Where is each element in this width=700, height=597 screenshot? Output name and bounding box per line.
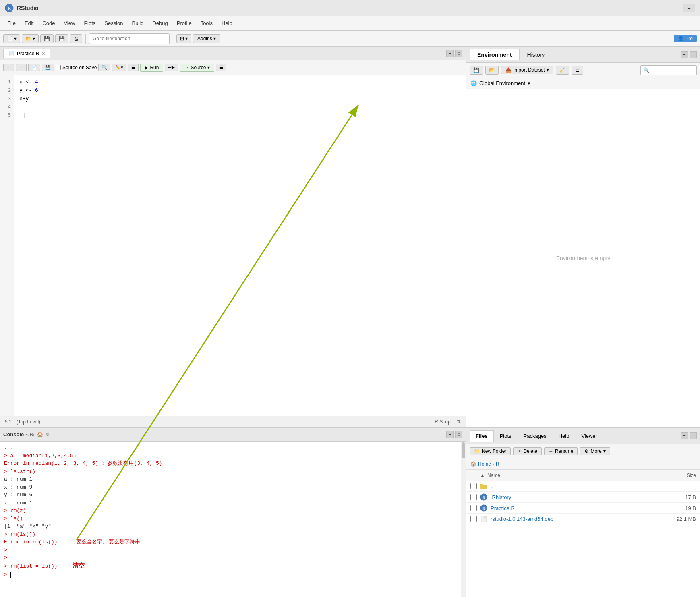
file-name-practice-r[interactable]: Practice.R xyxy=(491,505,661,511)
file-check-deb[interactable] xyxy=(470,516,477,522)
files-max-button[interactable]: □ xyxy=(690,432,697,439)
console-max-button[interactable]: □ xyxy=(455,431,462,438)
breadcrumb-home[interactable]: Home xyxy=(478,461,491,467)
svg-text:R: R xyxy=(483,495,485,500)
editor-tab-practice-r[interactable]: 📄 Practice.R ✕ xyxy=(3,49,50,58)
save-editor-button[interactable]: 💾 xyxy=(42,64,54,71)
save-all-button[interactable]: 💾 xyxy=(55,34,68,43)
file-check-practice-r[interactable] xyxy=(470,505,477,511)
new-folder-button[interactable]: 📁 New Folder xyxy=(470,447,511,455)
load-env-button[interactable]: 📂 xyxy=(485,66,499,75)
menu-code[interactable]: Code xyxy=(38,19,59,28)
source-on-save-container: Source on Save xyxy=(56,65,97,70)
rename-icon: → xyxy=(549,448,553,454)
global-env-dropdown[interactable]: ▾ xyxy=(528,80,530,86)
menu-file[interactable]: File xyxy=(3,19,20,28)
tab-max-button[interactable]: □ xyxy=(455,50,462,57)
tab-history[interactable]: History xyxy=(520,49,553,60)
menu-session[interactable]: Session xyxy=(100,19,127,28)
format-button[interactable]: ☰ xyxy=(128,64,139,71)
console-line-9: > ls() xyxy=(4,515,457,523)
env-right-controls: − □ xyxy=(681,51,697,58)
tab-min-button[interactable]: − xyxy=(446,50,454,57)
undo-button[interactable]: ← xyxy=(3,64,14,71)
tab-packages[interactable]: Packages xyxy=(518,430,553,442)
menu-tools[interactable]: Tools xyxy=(197,19,217,28)
print-icon: 🖨 xyxy=(74,36,79,41)
code-line-5 xyxy=(19,112,461,120)
save-button[interactable]: 💾 xyxy=(40,34,54,43)
globe-icon: 🌐 xyxy=(470,80,477,86)
file-check-rhistory[interactable] xyxy=(470,494,477,500)
grid-button[interactable]: ⊞▾ xyxy=(176,34,191,43)
spell-button[interactable]: ✏️▾ xyxy=(112,64,126,71)
tab-help[interactable]: Help xyxy=(553,430,576,442)
tab-environment[interactable]: Environment xyxy=(470,49,520,60)
console-scrollbar-thumb xyxy=(462,442,465,458)
menu-view[interactable]: View xyxy=(60,19,79,28)
addins-button[interactable]: Addins ▾ xyxy=(193,34,220,43)
menu-build[interactable]: Build xyxy=(128,19,148,28)
editor-tab-close[interactable]: ✕ xyxy=(41,51,45,56)
line-num-5: 5 xyxy=(3,112,11,120)
run-button[interactable]: ▶ Run xyxy=(140,64,163,72)
files-min-button[interactable]: − xyxy=(681,432,688,439)
env-toolbar: 💾 📂 📥 Import Dataset ▾ 🧹 ☰ xyxy=(466,63,700,77)
env-max-button[interactable]: □ xyxy=(690,51,697,58)
run-icon: ▶ xyxy=(145,65,148,70)
chunk-button[interactable]: 📄 xyxy=(28,64,40,71)
files-header: ▲ Name Size xyxy=(466,470,700,481)
menu-debug[interactable]: Debug xyxy=(148,19,172,28)
svg-text:R: R xyxy=(8,6,11,10)
env-menu-button[interactable]: ☰ xyxy=(572,66,583,75)
minimize-button[interactable]: – xyxy=(683,4,695,12)
scope-level: (Top Level) xyxy=(17,419,40,425)
editor-menu-button[interactable]: ☰ xyxy=(216,64,226,71)
find-button[interactable]: 🔍 xyxy=(98,64,110,71)
console-body-wrapper: . . > a = median(1,2,3,4,5) Error in med… xyxy=(0,442,466,597)
print-button[interactable]: 🖨 xyxy=(70,34,82,43)
goto-input[interactable] xyxy=(89,33,170,44)
code-content[interactable]: x <- 4 y <- 6 x+y xyxy=(14,75,466,416)
source-label: Source xyxy=(191,65,206,70)
new-file-button[interactable]: 📄▾ xyxy=(3,34,20,43)
tab-plots[interactable]: Plots xyxy=(494,430,518,442)
clear-env-button[interactable]: 🧹 xyxy=(556,66,569,75)
source-button[interactable]: → Source ▾ xyxy=(180,64,214,72)
env-tab-bar: Environment History − □ xyxy=(466,47,700,63)
console-scrollbar[interactable] xyxy=(461,442,466,597)
console-line-10: [1] "a" "x" "y" xyxy=(4,522,457,531)
file-name-rhistory[interactable]: .Rhistory xyxy=(491,494,661,500)
menu-plots[interactable]: Plots xyxy=(80,19,99,28)
file-name-parent[interactable]: .. xyxy=(491,483,661,489)
rename-button[interactable]: → Rename xyxy=(544,447,578,455)
import-dataset-button[interactable]: 📥 Import Dataset ▾ xyxy=(501,66,553,74)
editor-toolbar: ← → 📄 💾 Source on Save 🔍 ✏️▾ ☰ ▶ Run xyxy=(0,60,466,75)
file-name-deb[interactable]: rstudio-1.0.143-amd64.deb xyxy=(491,516,661,522)
console-min-button[interactable]: − xyxy=(446,431,454,438)
open-file-button[interactable]: 📂▾ xyxy=(22,34,39,43)
save-icon: 💾 xyxy=(44,36,50,41)
save-env-button[interactable]: 💾 xyxy=(470,66,483,75)
menu-help[interactable]: Help xyxy=(217,19,236,28)
env-search-input[interactable] xyxy=(640,65,697,75)
console-line-8: > rm(z) xyxy=(4,507,457,515)
redo-button[interactable]: → xyxy=(16,64,27,71)
file-row-deb: rstudio-1.0.143-amd64.deb 92.1 MB xyxy=(466,514,700,524)
tab-files[interactable]: Files xyxy=(470,430,494,442)
source-arrow-icon: → xyxy=(184,65,189,70)
file-check-parent[interactable] xyxy=(470,483,477,489)
file-row-practice-r: R Practice.R 19 B xyxy=(466,503,700,514)
console-body[interactable]: . . > a = median(1,2,3,4,5) Error in med… xyxy=(0,442,461,597)
menu-edit[interactable]: Edit xyxy=(21,19,37,28)
menu-profile[interactable]: Profile xyxy=(173,19,196,28)
rerun-button[interactable]: ↩▶ xyxy=(165,64,178,71)
delete-button[interactable]: ✕ Delete xyxy=(513,447,542,455)
delete-icon: ✕ xyxy=(518,448,522,454)
breadcrumb-r[interactable]: R xyxy=(496,461,499,467)
more-button[interactable]: ⚙ More ▾ xyxy=(580,447,610,455)
console-line-12: Error in rm(ls()) : ...要么含名字, 要么是字符串 xyxy=(4,538,457,546)
tab-viewer[interactable]: Viewer xyxy=(575,430,603,442)
source-on-save-checkbox[interactable] xyxy=(56,65,61,70)
env-min-button[interactable]: − xyxy=(681,51,688,58)
